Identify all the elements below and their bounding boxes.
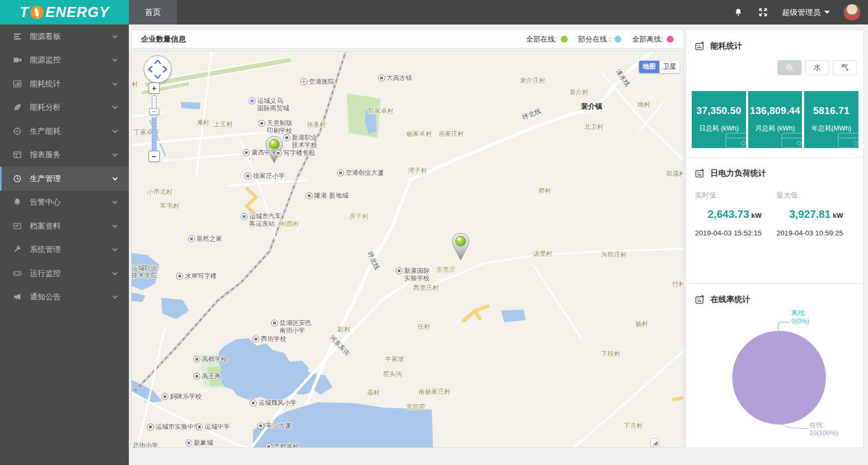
realtime-load: 实时值: 2,643.73kW 2019-04-03 15:52:15 — [695, 191, 776, 237]
legend-status-dot — [561, 36, 568, 43]
sidebar-item-label: 生产能耗 — [30, 126, 61, 136]
map-type-map-button[interactable]: 地图 — [639, 61, 659, 73]
online-rate-section: 在线率统计 离线: 0(0%) 在线: 10(100%) — [686, 283, 863, 447]
sidebar-item-0[interactable]: 能源看板 — [0, 25, 129, 48]
notification-bell-icon[interactable] — [733, 7, 744, 18]
megaphone-icon — [13, 292, 22, 301]
energy-tab-0[interactable]: 电 — [777, 60, 801, 75]
map-pan-control[interactable] — [144, 55, 171, 83]
tab-home[interactable]: 首页 — [129, 0, 177, 25]
zoom-slider-track[interactable] — [152, 95, 157, 152]
sidebar-item-3[interactable]: 能耗分析 — [0, 96, 129, 120]
stats-column: 能耗统计 电水气 37,350.50日总耗 (kWh)136,809.44月总耗… — [686, 30, 864, 448]
sidebar-item-7[interactable]: 告警中心 — [0, 191, 129, 215]
sidebar-item-label: 能源监控 — [30, 55, 61, 65]
sidebar-item-label: 通知公告 — [30, 292, 61, 302]
sidebar-item-1[interactable]: 能源监控 — [0, 48, 129, 72]
sidebar-item-10[interactable]: 运行监控 — [0, 262, 129, 285]
max-load: 最大值: 3,927.81kW 2019-04-03 10:59:25 — [776, 191, 858, 237]
meter-section-icon — [695, 41, 705, 51]
legend-label: 全部离线: — [632, 35, 663, 44]
realtime-label: 实时值: — [695, 191, 776, 200]
panel-title: 企业数量信息 — [141, 35, 186, 44]
max-timestamp: 2019-04-03 10:59:25 — [776, 229, 858, 237]
map-canvas[interactable]: 村+空港医院大禹古镇裴介庄村裴介村裴介镇姚村北卫村涑水线呼北线运城义乌 国际商贸… — [131, 51, 684, 448]
sidebar-menu: 能源看板能源监控能耗统计能耗分析生产能耗报表服务生产管理告警中心档案资料系统管理… — [0, 25, 129, 465]
legend-item: 部分在线 : — [578, 35, 622, 44]
sidebar-item-label: 能源看板 — [30, 31, 61, 42]
section-title: 日电力负荷统计 — [710, 168, 766, 178]
map-type-toggle: 地图 卫星 — [639, 61, 679, 73]
max-label: 最大值: — [776, 191, 858, 200]
archive-icon — [13, 222, 22, 231]
chevron-down-icon — [112, 270, 118, 275]
caret-down-icon — [824, 11, 830, 14]
meter-watermark-icon — [780, 130, 802, 148]
dashboard-icon — [13, 32, 22, 41]
user-name: 超级管理员 — [782, 7, 821, 18]
sidebar-item-label: 能耗统计 — [30, 79, 61, 89]
logo-prefix: T — [20, 4, 29, 21]
meter-watermark-icon — [837, 130, 858, 148]
zoom-slider-handle[interactable] — [149, 108, 159, 115]
sidebar-item-label: 档案资料 — [30, 221, 61, 231]
energy-tab-1[interactable]: 水 — [805, 60, 829, 75]
app-logo: T ENERGY — [0, 0, 129, 25]
energy-card-value: 37,350.50 — [692, 105, 746, 117]
energy-total-card: 37,350.50日总耗 (kWh) — [692, 91, 746, 148]
legend-item: 全部离线: — [632, 35, 674, 44]
sidebar-item-2[interactable]: 能耗统计 — [0, 72, 129, 96]
sidebar-item-9[interactable]: 系统管理 — [0, 238, 129, 262]
bell-icon — [13, 198, 22, 207]
energy-stats-section: 能耗统计 电水气 37,350.50日总耗 (kWh)136,809.44月总耗… — [686, 30, 863, 157]
sidebar-item-label: 告警中心 — [30, 197, 61, 207]
chevron-down-icon — [112, 223, 118, 228]
daily-load-section: 日电力负荷统计 实时值: 2,643.73kW 2019-04-03 15:52… — [686, 157, 863, 283]
status-legend: 全部在线:部分在线 :全部离线: — [526, 35, 674, 44]
energy-tab-2[interactable]: 气 — [833, 60, 857, 75]
zoom-in-button[interactable]: + — [149, 83, 160, 94]
logo-suffix: ENERGY — [45, 4, 109, 21]
wrench-icon — [13, 245, 22, 254]
enterprise-map-marker[interactable] — [266, 136, 283, 163]
camera-icon — [13, 55, 22, 64]
chevron-down-icon — [112, 199, 118, 204]
meter-section-icon — [695, 168, 705, 178]
legend-item: 全部在线: — [526, 35, 568, 44]
fullscreen-icon[interactable] — [758, 7, 768, 18]
meter-watermark-icon — [724, 130, 746, 148]
legend-status-dot — [615, 36, 621, 43]
sidebar-item-11[interactable]: 通知公告 — [0, 285, 129, 309]
sidebar-item-label: 系统管理 — [30, 244, 61, 255]
user-avatar[interactable] — [844, 4, 861, 21]
pie-label-online: 在线: 10(100%) — [809, 421, 838, 437]
sidebar-item-6[interactable]: 生产管理 — [0, 167, 129, 191]
zoom-out-button[interactable]: − — [149, 151, 160, 162]
server-icon — [13, 269, 22, 278]
report-icon — [13, 150, 22, 159]
max-value: 3,927.81 — [789, 208, 831, 220]
sidebar-item-label: 生产管理 — [30, 174, 61, 184]
sidebar-item-5[interactable]: 报表服务 — [0, 143, 129, 167]
sidebar-item-4[interactable]: 生产能耗 — [0, 119, 129, 143]
chevron-down-icon — [112, 80, 118, 86]
header-actions: 超级管理员 — [733, 0, 868, 25]
section-title: 能耗统计 — [710, 41, 742, 51]
chevron-down-icon — [112, 56, 118, 62]
sidebar-item-8[interactable]: 档案资料 — [0, 214, 129, 238]
map-scale-control[interactable] — [650, 438, 659, 447]
pie-label-offline: 离线: 0(0%) — [791, 309, 809, 325]
chevron-down-icon — [112, 293, 118, 299]
chart-icon — [13, 79, 22, 88]
max-unit: kW — [833, 211, 844, 219]
map-type-satellite-button[interactable]: 卫星 — [659, 61, 679, 73]
legend-label: 全部在线: — [526, 35, 557, 44]
chevron-down-icon — [112, 128, 118, 133]
chevron-down-icon — [112, 175, 118, 181]
enterprise-panel-header: 企业数量信息 全部在线:部分在线 :全部离线: — [131, 30, 684, 48]
enterprise-map-marker[interactable] — [453, 233, 469, 260]
energy-total-card: 5816.71年总耗(MWh) — [804, 91, 858, 148]
clock-icon — [13, 174, 22, 183]
target-icon — [13, 127, 22, 136]
user-menu[interactable]: 超级管理员 — [782, 7, 830, 18]
